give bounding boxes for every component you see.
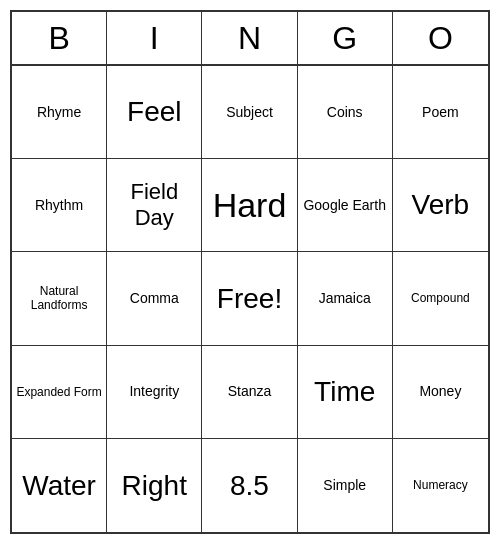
- bingo-cell: Feel: [107, 66, 202, 159]
- cell-text: Google Earth: [303, 197, 386, 214]
- cell-text: Comma: [130, 290, 179, 307]
- cell-text: Field Day: [111, 179, 197, 232]
- cell-text: Free!: [217, 282, 282, 316]
- cell-text: Numeracy: [413, 478, 468, 492]
- bingo-body: RhymeFeelSubjectCoinsPoemRhythmField Day…: [12, 66, 488, 532]
- bingo-card: BINGO RhymeFeelSubjectCoinsPoemRhythmFie…: [10, 10, 490, 534]
- bingo-cell: Hard: [202, 159, 297, 252]
- bingo-cell: Subject: [202, 66, 297, 159]
- cell-text: Rhyme: [37, 104, 81, 121]
- bingo-cell: Free!: [202, 252, 297, 345]
- bingo-cell: Simple: [298, 439, 393, 532]
- header-letter: N: [202, 12, 297, 64]
- bingo-cell: Jamaica: [298, 252, 393, 345]
- header-letter: G: [298, 12, 393, 64]
- cell-text: Coins: [327, 104, 363, 121]
- bingo-cell: Natural Landforms: [12, 252, 107, 345]
- header-letter: I: [107, 12, 202, 64]
- cell-text: Verb: [412, 188, 470, 222]
- cell-text: 8.5: [230, 469, 269, 503]
- bingo-cell: Stanza: [202, 346, 297, 439]
- cell-text: Water: [22, 469, 96, 503]
- bingo-cell: Numeracy: [393, 439, 488, 532]
- bingo-cell: Water: [12, 439, 107, 532]
- cell-text: Subject: [226, 104, 273, 121]
- bingo-cell: Coins: [298, 66, 393, 159]
- bingo-cell: Money: [393, 346, 488, 439]
- bingo-cell: Rhythm: [12, 159, 107, 252]
- cell-text: Right: [122, 469, 187, 503]
- cell-text: Poem: [422, 104, 459, 121]
- bingo-cell: Integrity: [107, 346, 202, 439]
- cell-text: Compound: [411, 291, 470, 305]
- bingo-cell: Time: [298, 346, 393, 439]
- cell-text: Money: [419, 383, 461, 400]
- cell-text: Simple: [323, 477, 366, 494]
- cell-text: Expanded Form: [16, 385, 101, 399]
- bingo-cell: Comma: [107, 252, 202, 345]
- cell-text: Rhythm: [35, 197, 83, 214]
- bingo-cell: Rhyme: [12, 66, 107, 159]
- cell-text: Integrity: [129, 383, 179, 400]
- cell-text: Feel: [127, 95, 181, 129]
- cell-text: Jamaica: [319, 290, 371, 307]
- header-letter: B: [12, 12, 107, 64]
- bingo-cell: Google Earth: [298, 159, 393, 252]
- bingo-cell: Right: [107, 439, 202, 532]
- cell-text: Natural Landforms: [16, 284, 102, 313]
- bingo-cell: 8.5: [202, 439, 297, 532]
- bingo-cell: Poem: [393, 66, 488, 159]
- cell-text: Stanza: [228, 383, 272, 400]
- cell-text: Time: [314, 375, 375, 409]
- header-letter: O: [393, 12, 488, 64]
- bingo-cell: Field Day: [107, 159, 202, 252]
- bingo-cell: Compound: [393, 252, 488, 345]
- cell-text: Hard: [213, 185, 287, 226]
- bingo-header: BINGO: [12, 12, 488, 66]
- bingo-cell: Verb: [393, 159, 488, 252]
- bingo-cell: Expanded Form: [12, 346, 107, 439]
